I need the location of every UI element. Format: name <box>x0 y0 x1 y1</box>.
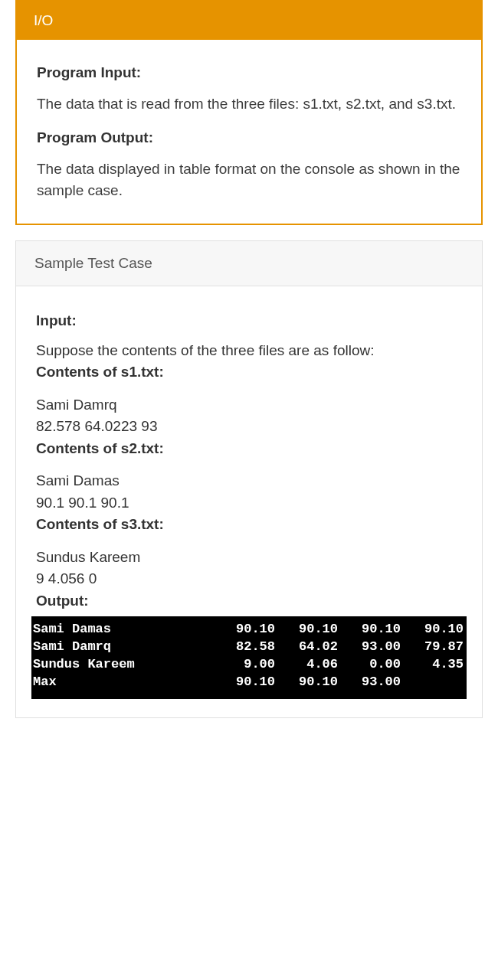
console-col: 4.06 <box>278 656 341 674</box>
program-output-text: The data displayed in table format on th… <box>37 158 461 202</box>
input-intro: Suppose the contents of the three files … <box>36 340 462 362</box>
console-row: Sami Damrq 82.58 64.02 93.00 79.87 <box>31 639 467 656</box>
console-row: Sami Damas 90.10 90.10 90.10 90.10 <box>31 621 467 639</box>
s3-values: 9 4.056 0 <box>36 568 462 590</box>
s1-name: Sami Damrq <box>36 394 462 416</box>
console-col: 90.10 <box>278 621 341 639</box>
console-col: 90.10 <box>341 621 404 639</box>
console-col <box>404 674 467 691</box>
console-col: 82.58 <box>215 639 278 656</box>
console-name: Sami Damrq <box>31 639 215 656</box>
console-name: Max <box>31 674 215 691</box>
io-card: I/O Program Input: The data that is read… <box>15 0 483 225</box>
console-name: Sami Damas <box>31 621 215 639</box>
console-output: Sami Damas 90.10 90.10 90.10 90.10 Sami … <box>31 616 467 699</box>
program-input-text: The data that is read from the three fil… <box>37 93 461 116</box>
console-col: 93.00 <box>341 674 404 691</box>
console-row: Max 90.10 90.10 93.00 <box>31 674 467 691</box>
s1-label: Contents of s1.txt: <box>36 361 462 384</box>
s3-label: Contents of s3.txt: <box>36 514 462 536</box>
output-heading: Output: <box>36 590 462 612</box>
s2-label: Contents of s2.txt: <box>36 438 462 460</box>
s2-values: 90.1 90.1 90.1 <box>36 492 462 514</box>
program-output-heading: Program Output: <box>37 129 461 146</box>
io-body: Program Input: The data that is read fro… <box>17 40 481 224</box>
s1-values: 82.578 64.0223 93 <box>36 416 462 438</box>
console-col: 4.35 <box>404 656 467 674</box>
s2-name: Sami Damas <box>36 470 462 492</box>
console-col: 64.02 <box>278 639 341 656</box>
input-heading: Input: <box>36 312 462 329</box>
console-col: 90.10 <box>278 674 341 691</box>
console-name: Sundus Kareem <box>31 656 215 674</box>
io-tab-header: I/O <box>17 2 481 40</box>
console-col: 90.10 <box>215 674 278 691</box>
console-col: 9.00 <box>215 656 278 674</box>
console-row: Sundus Kareem 9.00 4.06 0.00 4.35 <box>31 656 467 674</box>
console-col: 93.00 <box>341 639 404 656</box>
console-col: 79.87 <box>404 639 467 656</box>
program-input-heading: Program Input: <box>37 64 461 81</box>
console-col: 90.10 <box>404 621 467 639</box>
sample-body: Input: Suppose the contents of the three… <box>16 286 482 717</box>
s3-name: Sundus Kareem <box>36 547 462 569</box>
console-col: 90.10 <box>215 621 278 639</box>
sample-card: Sample Test Case Input: Suppose the cont… <box>15 240 483 718</box>
console-col: 0.00 <box>341 656 404 674</box>
sample-header: Sample Test Case <box>16 241 482 286</box>
